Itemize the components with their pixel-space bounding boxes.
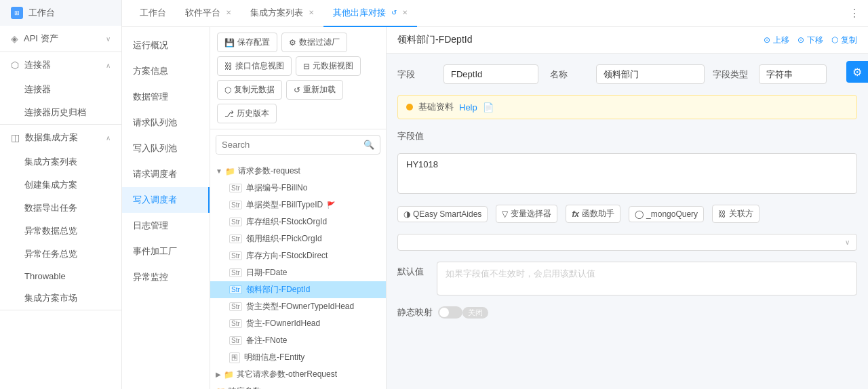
sidebar-item-create-solution[interactable]: 创建集成方案: [0, 173, 121, 197]
left-nav-request-scheduler[interactable]: 请求调度者: [122, 161, 210, 187]
tree-item-fstockorgid[interactable]: Str 库存组织-FStockOrgId: [210, 213, 386, 230]
left-nav-solution-info[interactable]: 方案信息: [122, 58, 210, 84]
tab-other-db-close-icon[interactable]: ↺: [391, 9, 397, 16]
type-badge-entity: 围: [229, 352, 240, 363]
tree-item-fdeptid[interactable]: Str 领料部门-FDeptId: [210, 281, 386, 298]
tab-solution-list[interactable]: 集成方案列表 ✕: [241, 0, 323, 27]
tab-workbench-label: 工作台: [140, 7, 166, 19]
tree-item-fpickorgid[interactable]: Str 领用组织-FPickOrgId: [210, 230, 386, 247]
data-filter-button[interactable]: ⚙ 数据过滤厂: [281, 33, 347, 52]
tree-item-request[interactable]: ▼ 📁 请求参数-request: [210, 163, 386, 180]
sidebar-section-api: ◈ API 资产 ∨: [0, 26, 121, 52]
tree-item-fbillno-label: 单据编号-FBillNo: [246, 182, 308, 194]
sidebar-item-export-task[interactable]: 数据导出任务: [0, 197, 121, 220]
tree-item-fbillno[interactable]: Str 单据编号-FBillNo: [210, 180, 386, 197]
left-nav-exception-monitor[interactable]: 异常监控: [122, 264, 210, 290]
move-up-button[interactable]: ⊙ 上移: [764, 35, 789, 46]
search-input[interactable]: [216, 136, 358, 154]
tab-software-close-icon[interactable]: ✕: [226, 9, 231, 16]
desc-help-link[interactable]: Help: [459, 102, 477, 112]
type-badge-str6: Str: [229, 268, 242, 277]
variable-icon: ▽: [502, 209, 508, 219]
left-nav-request-queue[interactable]: 请求队列池: [122, 110, 210, 136]
sidebar-item-solution-list[interactable]: 集成方案列表: [0, 150, 121, 173]
save-config-button[interactable]: 💾 保存配置: [217, 33, 277, 52]
left-nav-log-mgmt[interactable]: 日志管理: [122, 213, 210, 239]
tab-workbench[interactable]: 工作台: [130, 0, 176, 27]
name-label: 名称: [550, 68, 591, 81]
desc-content: 基础资料 Help 📄: [397, 95, 857, 119]
meta-view-button[interactable]: ⊟ 元数据视图: [296, 56, 361, 76]
move-down-label: 下移: [807, 35, 823, 46]
tab-more-button[interactable]: ⋮: [849, 7, 860, 20]
left-nav-run-overview[interactable]: 运行概况: [122, 33, 210, 58]
data-filter-icon: ⚙: [289, 38, 296, 47]
tool-relate[interactable]: ⛓ 关联方: [712, 205, 760, 223]
interface-view-button[interactable]: ⛓ 接口信息视图: [217, 56, 292, 76]
tab-other-db[interactable]: 其他出库对接 ↺ ✕: [323, 0, 417, 27]
name-input[interactable]: [596, 64, 705, 84]
search-icon[interactable]: 🔍: [358, 136, 380, 154]
tab-solution-list-close-icon[interactable]: ✕: [309, 9, 314, 16]
history-button[interactable]: ⎇ 历史版本: [217, 104, 277, 123]
left-nav-write-queue[interactable]: 写入队列池: [122, 136, 210, 161]
desc-doc-icon[interactable]: 📄: [483, 102, 494, 112]
left-nav-data-mgmt[interactable]: 数据管理: [122, 84, 210, 110]
type-badge-str5: Str: [229, 251, 242, 260]
left-nav-write-scheduler[interactable]: 写入调度者: [122, 187, 210, 213]
sidebar-item-exception-task[interactable]: 异常任务总览: [0, 243, 121, 266]
market-label: 集成方案市场: [24, 293, 77, 303]
tree-item-fnote[interactable]: Str 备注-FNote: [210, 332, 386, 349]
left-nav-event-factory[interactable]: 事件加工厂: [122, 239, 210, 264]
tool-mongo[interactable]: ◯ _mongoQuery: [629, 206, 704, 222]
tab-other-db-x-icon[interactable]: ✕: [402, 9, 408, 16]
copy-field-button[interactable]: ⬡ 复制: [831, 35, 857, 46]
select-dropdown[interactable]: ∨: [397, 234, 857, 251]
tree-item-fbilltypeid[interactable]: Str 单据类型-FBillTypeID 🚩: [210, 197, 386, 213]
tab-software[interactable]: 软件平台 ✕: [176, 0, 241, 27]
type-badge-str: Str: [229, 184, 242, 192]
tree-item-fentity[interactable]: 围 明细信息-FEntity: [210, 349, 386, 366]
sidebar-item-data-solution[interactable]: ◫ 数据集成方案 ∧: [0, 125, 121, 150]
tab-solution-list-label: 集成方案列表: [250, 7, 303, 19]
type-input[interactable]: [759, 64, 827, 84]
connector-history-label: 连接器历史归档: [24, 107, 86, 117]
tree-container: ▼ 📁 请求参数-request Str 单据编号-FBillNo Str 单据…: [210, 160, 386, 389]
tool-qeasy[interactable]: ◑ QEasy SmartAides: [397, 206, 488, 222]
workbench-icon: ⊞: [11, 7, 23, 19]
sidebar: ⊞ 工作台 ◈ API 资产 ∨ ⬡ 连接器 ∧ 连接器 连接器历史归档: [0, 0, 122, 389]
sidebar-item-connector-sub1[interactable]: 连接器: [0, 78, 121, 101]
tree-item-other-request[interactable]: ▶ 📁 其它请求参数-otherRequest: [210, 366, 386, 383]
sidebar-item-exception-overview[interactable]: 异常数据总览: [0, 220, 121, 243]
sidebar-item-connector[interactable]: ⬡ 连接器 ∧: [0, 52, 121, 78]
tree-item-response[interactable]: 📁 响应参数-response: [210, 383, 386, 389]
reload-button[interactable]: ↺ 重新加载: [286, 80, 343, 100]
tool-function[interactable]: fx 函数助手: [566, 205, 620, 223]
sidebar-item-connector-history[interactable]: 连接器历史归档: [0, 101, 121, 124]
move-down-button[interactable]: ⊙ 下移: [797, 35, 823, 46]
field-name-type-row: 字段 名称 字段类型: [397, 64, 857, 84]
sidebar-item-api[interactable]: ◈ API 资产 ∨: [0, 26, 121, 52]
tree-item-fdate[interactable]: Str 日期-FDate: [210, 264, 386, 281]
tree-item-fownertype[interactable]: Str 货主类型-FOwnerTypeIdHead: [210, 298, 386, 315]
tree-item-fownerid[interactable]: Str 货主-FOwnerIdHead: [210, 315, 386, 332]
search-box: 🔍: [216, 135, 380, 155]
tree-item-fentity-label: 明细信息-FEntity: [244, 352, 304, 363]
tree-item-fownertype-label: 货主类型-FOwnerTypeIdHead: [246, 301, 354, 312]
save-config-icon: 💾: [224, 38, 235, 47]
sidebar-item-market[interactable]: 集成方案市场: [0, 287, 121, 310]
tool-variable[interactable]: ▽ 变量选择器: [496, 205, 557, 223]
tree-folder-icon: 📁: [225, 167, 235, 176]
tree-item-fdate-label: 日期-FDate: [246, 267, 288, 279]
static-toggle[interactable]: 关闭: [438, 306, 488, 319]
meta-view-label: 元数据视图: [313, 60, 353, 72]
copy-meta-button[interactable]: ⬡ 复制元数据: [217, 80, 282, 100]
settings-gear-button[interactable]: ⚙: [846, 61, 868, 83]
default-input[interactable]: 如果字段值不生效时，会启用该默认值: [437, 262, 857, 295]
tools-row: ◑ QEasy SmartAides ▽ 变量选择器 fx 函数助手 ◯: [397, 205, 857, 223]
field-input[interactable]: [443, 64, 538, 84]
value-area: 字段值 HY1018: [397, 130, 857, 194]
tree-item-fstockdirect[interactable]: Str 库存方向-FStockDirect: [210, 247, 386, 264]
sidebar-item-throwable[interactable]: Throwable: [0, 266, 121, 287]
sidebar-item-workbench[interactable]: ⊞ 工作台: [0, 0, 121, 26]
